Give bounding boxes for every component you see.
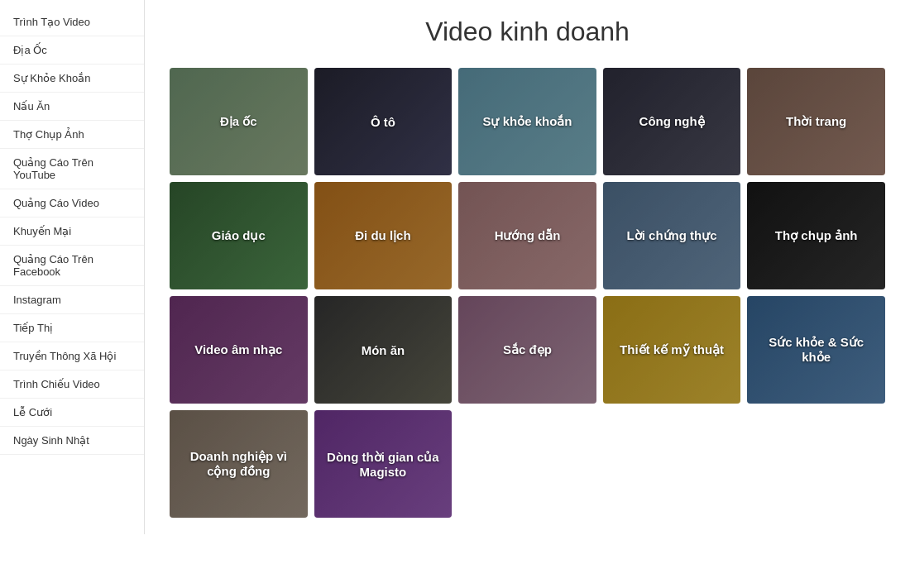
category-card[interactable]: Doanh nghiệp vì cộng đồng	[170, 410, 308, 518]
category-card[interactable]: Hướng dẫn	[458, 182, 596, 289]
card-overlay: Doanh nghiệp vì cộng đồng	[170, 410, 308, 518]
sidebar-item[interactable]: Lễ Cưới	[0, 399, 144, 427]
card-overlay: Thợ chụp ảnh	[747, 182, 885, 289]
card-overlay: Ô tô	[314, 68, 453, 175]
sidebar-item[interactable]: Trình Chiếu Video	[0, 370, 144, 399]
sidebar-item[interactable]: Quảng Cáo Trên Facebook	[0, 246, 144, 286]
sidebar-item[interactable]: Quảng Cáo Trên YouTube	[0, 149, 144, 189]
category-card[interactable]: Sắc đẹp	[458, 296, 596, 404]
category-card[interactable]: Thiết kế mỹ thuật	[603, 296, 741, 404]
card-label: Video âm nhạc	[188, 339, 289, 361]
card-overlay: Video âm nhạc	[170, 296, 308, 404]
category-card[interactable]: Thời trang	[747, 68, 885, 175]
card-label: Dòng thời gian của Magisto	[314, 447, 453, 482]
category-card[interactable]: Địa ốc	[170, 68, 308, 175]
card-overlay: Món ăn	[314, 296, 453, 404]
page-title: Video kinh doanh	[170, 17, 885, 47]
sidebar-item[interactable]: Quảng Cáo Video	[0, 189, 144, 218]
card-label: Công nghệ	[633, 111, 711, 132]
category-card[interactable]: Dòng thời gian của Magisto	[314, 410, 453, 518]
category-card[interactable]: Lời chứng thực	[603, 182, 741, 289]
card-overlay: Công nghệ	[603, 68, 741, 175]
card-overlay: Sức khỏe & Sức khỏe	[747, 296, 885, 404]
category-card[interactable]: Sự khỏe khoắn	[458, 68, 596, 175]
category-grid: Địa ốcÔ tôSự khỏe khoắnCông nghệThời tra…	[170, 68, 885, 518]
sidebar-item[interactable]: Ngày Sinh Nhật	[0, 427, 144, 455]
main-content: Video kinh doanh Địa ốcÔ tôSự khỏe khoắn…	[145, 0, 910, 534]
card-label: Món ăn	[355, 340, 412, 361]
sidebar-item[interactable]: Địa Ốc	[0, 36, 144, 65]
sidebar-item[interactable]: Thợ Chụp Ảnh	[0, 121, 144, 149]
card-overlay: Thiết kế mỹ thuật	[603, 296, 741, 404]
sidebar-item[interactable]: Sự Khỏe Khoắn	[0, 65, 144, 93]
card-label: Thợ chụp ảnh	[769, 225, 864, 246]
card-overlay: Lời chứng thực	[603, 182, 741, 289]
card-label: Sự khỏe khoắn	[476, 111, 578, 132]
card-overlay: Sắc đẹp	[458, 296, 596, 404]
card-label: Địa ốc	[213, 111, 264, 132]
card-overlay: Giáo dục	[170, 182, 308, 289]
sidebar-item[interactable]: Trình Tạo Video	[0, 8, 144, 36]
sidebar-item[interactable]: Instagram	[0, 286, 144, 314]
card-overlay: Dòng thời gian của Magisto	[314, 410, 453, 518]
sidebar-item[interactable]: Khuyến Mại	[0, 218, 144, 246]
card-label: Sắc đẹp	[496, 339, 558, 361]
card-overlay: Đi du lịch	[314, 182, 453, 289]
card-label: Đi du lịch	[348, 225, 417, 246]
category-card[interactable]: Video âm nhạc	[170, 296, 308, 404]
card-label: Ô tô	[364, 112, 402, 132]
card-label: Giáo dục	[205, 225, 272, 246]
card-label: Lời chứng thực	[620, 225, 724, 246]
category-card[interactable]: Giáo dục	[170, 182, 308, 289]
card-label: Sức khỏe & Sức khỏe	[747, 332, 885, 368]
category-card[interactable]: Thợ chụp ảnh	[747, 182, 885, 289]
category-card[interactable]: Món ăn	[314, 296, 453, 404]
card-overlay: Địa ốc	[170, 68, 308, 175]
card-label: Thiết kế mỹ thuật	[613, 339, 730, 361]
category-card[interactable]: Ô tô	[314, 68, 453, 175]
card-label: Hướng dẫn	[488, 225, 568, 246]
category-card[interactable]: Công nghệ	[603, 68, 741, 175]
card-overlay: Hướng dẫn	[458, 182, 596, 289]
category-card[interactable]: Đi du lịch	[314, 182, 453, 289]
card-label: Doanh nghiệp vì cộng đồng	[170, 446, 308, 482]
sidebar: Trình Tạo VideoĐịa ỐcSự Khỏe KhoắnNấu Ăn…	[0, 0, 145, 534]
sidebar-item[interactable]: Tiếp Thị	[0, 314, 144, 342]
card-overlay: Sự khỏe khoắn	[458, 68, 596, 175]
card-overlay: Thời trang	[747, 68, 885, 175]
sidebar-item[interactable]: Nấu Ăn	[0, 93, 144, 121]
card-label: Thời trang	[779, 111, 853, 132]
sidebar-item[interactable]: Truyền Thông Xã Hội	[0, 342, 144, 370]
category-card[interactable]: Sức khỏe & Sức khỏe	[747, 296, 885, 404]
